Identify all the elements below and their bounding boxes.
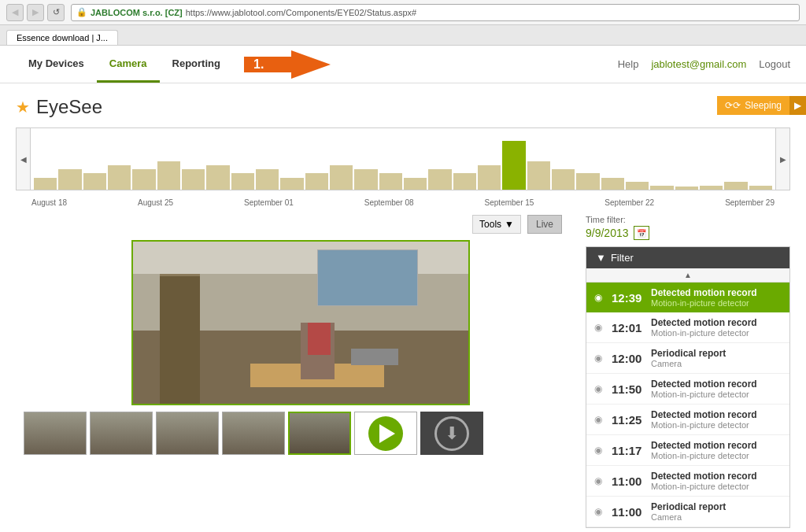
event-row-5[interactable]: ◉ 11:17 Detected motion record Motion-in… [586, 435, 789, 466]
chart-nav-right[interactable]: ▶ [775, 128, 789, 190]
event-title-3: Detected motion record [651, 379, 782, 390]
address-bar[interactable]: 🔒 JABLOCOM s.r.o. [CZ] https://www.jablo… [71, 4, 800, 21]
event-row-0[interactable]: ◉ 12:39 Detected motion record Motion-in… [586, 283, 789, 312]
thumbnails-row: ⬇ [16, 412, 578, 455]
chart-container: ◀ ▶ [16, 127, 790, 190]
event-subtitle-5: Motion-in-picture detector [651, 451, 782, 460]
nav-reporting[interactable]: Reporting [160, 46, 233, 83]
chart-bar-8[interactable] [231, 173, 254, 190]
event-icon-6: ◉ [594, 475, 605, 486]
star-icon: ★ [16, 98, 30, 116]
browser-tab[interactable]: Essence download | J... [6, 30, 118, 45]
event-icon-7: ◉ [594, 506, 605, 517]
play-circle [368, 416, 403, 451]
chart-bar-26[interactable] [675, 187, 698, 190]
event-row-7[interactable]: ◉ 11:00 Periodical report Camera [586, 497, 789, 527]
chart-bar-16[interactable] [428, 169, 451, 190]
thumbnail-2[interactable] [156, 412, 219, 455]
filter-arrow-up[interactable]: ▲ [586, 268, 789, 283]
event-row-1[interactable]: ◉ 12:01 Detected motion record Motion-in… [586, 312, 789, 343]
thumbnail-0[interactable] [24, 412, 87, 455]
download-circle: ⬇ [434, 416, 469, 451]
chart-bar-20[interactable] [527, 161, 550, 190]
chart-bar-18[interactable] [478, 165, 501, 190]
thumb-scene-0 [24, 412, 86, 454]
svg-text:1.: 1. [253, 57, 264, 71]
chart-bar-14[interactable] [379, 173, 402, 190]
event-row-2[interactable]: ◉ 12:00 Periodical report Camera [586, 343, 789, 374]
tools-button[interactable]: Tools ▼ [472, 215, 521, 234]
chart-bar-11[interactable] [305, 173, 328, 190]
chart-bar-24[interactable] [626, 182, 649, 190]
tab-bar: Essence download | J... [0, 25, 806, 46]
chart-bar-27[interactable] [700, 186, 723, 190]
chart-bar-28[interactable] [724, 182, 747, 190]
chart-bar-12[interactable] [330, 165, 353, 190]
forward-button[interactable]: ▶ [27, 4, 44, 21]
event-list: ◉ 12:39 Detected motion record Motion-in… [586, 283, 789, 527]
sleeping-badge-arrow[interactable]: ▶ [789, 96, 806, 115]
filter-funnel-icon: ▼ [596, 252, 606, 264]
chart-label-4: September 15 [485, 198, 534, 207]
event-row-3[interactable]: ◉ 11:50 Detected motion record Motion-in… [586, 374, 789, 405]
event-row-6[interactable]: ◉ 11:00 Detected motion record Motion-in… [586, 466, 789, 497]
chart-bar-17[interactable] [453, 173, 476, 190]
chart-bar-1[interactable] [58, 169, 81, 190]
time-filter: Time filter: 9/9/2013 📅 [586, 215, 790, 240]
event-subtitle-2: Camera [651, 359, 782, 368]
chart-bar-23[interactable] [601, 178, 624, 190]
chart-bar-15[interactable] [404, 178, 427, 190]
company-name: JABLOCOM s.r.o. [CZ] [91, 8, 183, 17]
chart-nav-left[interactable]: ◀ [17, 128, 31, 190]
event-time-3: 11:50 [612, 382, 645, 396]
event-info-1: Detected motion record Motion-in-picture… [651, 317, 782, 338]
chart-label-2: September 01 [244, 198, 294, 207]
nav-logout[interactable]: Logout [759, 58, 790, 70]
chart-bar-3[interactable] [108, 165, 131, 190]
right-panel: Time filter: 9/9/2013 📅 ▼ Filter ▲ [586, 215, 790, 528]
chart-bar-9[interactable] [256, 169, 279, 190]
event-title-0: Detected motion record [651, 287, 782, 298]
tools-dropdown-icon: ▼ [505, 219, 514, 230]
nav-help[interactable]: Help [618, 58, 639, 70]
event-icon-0: ◉ [594, 292, 605, 303]
time-filter-label: Time filter: [586, 215, 790, 224]
thumb-scene-1 [91, 412, 152, 454]
play-button[interactable] [354, 412, 417, 455]
chart-bar-5[interactable] [157, 161, 180, 190]
thumbnail-3[interactable] [222, 412, 285, 455]
reload-button[interactable]: ↺ [47, 4, 65, 21]
camera-feed: 09/09/2013 12:39:45 [131, 240, 470, 405]
chart-bar-2[interactable] [83, 173, 106, 190]
download-button[interactable]: ⬇ [420, 412, 483, 455]
nav-email[interactable]: jablotest@gmail.com [651, 58, 746, 70]
arrow-annotation: 1. [244, 50, 331, 79]
back-button[interactable]: ◀ [6, 4, 24, 21]
chart-bar-10[interactable] [280, 178, 303, 190]
chart-bar-6[interactable] [182, 169, 205, 190]
event-row-4[interactable]: ◉ 11:25 Detected motion record Motion-in… [586, 405, 789, 435]
nav-my-devices[interactable]: My Devices [16, 46, 97, 83]
ssl-icon: 🔒 [76, 7, 87, 17]
thumbnail-4[interactable] [288, 412, 351, 455]
thumbnail-1[interactable] [90, 412, 153, 455]
event-subtitle-1: Motion-in-picture detector [651, 328, 782, 338]
sleeping-badge-container: ⟳⟳ Sleeping ▶ [717, 96, 806, 115]
event-title-4: Detected motion record [651, 409, 782, 420]
chart-bar-22[interactable] [576, 173, 599, 190]
room-map [317, 249, 418, 306]
calendar-icon[interactable]: 📅 [634, 226, 649, 240]
event-time-4: 11:25 [612, 413, 645, 427]
event-time-5: 11:17 [612, 444, 645, 457]
chart-bar-13[interactable] [354, 169, 377, 190]
chart-bar-0[interactable] [34, 178, 57, 190]
nav-camera[interactable]: Camera [97, 46, 160, 83]
chart-bar-29[interactable] [749, 186, 772, 190]
chart-bar-19[interactable] [502, 141, 525, 190]
chart-bar-7[interactable] [206, 165, 229, 190]
hanging-clothes [308, 323, 331, 355]
chart-bar-25[interactable] [650, 186, 673, 190]
chart-bar-21[interactable] [552, 169, 575, 190]
chart-bar-4[interactable] [132, 169, 155, 190]
live-button[interactable]: Live [527, 215, 562, 234]
